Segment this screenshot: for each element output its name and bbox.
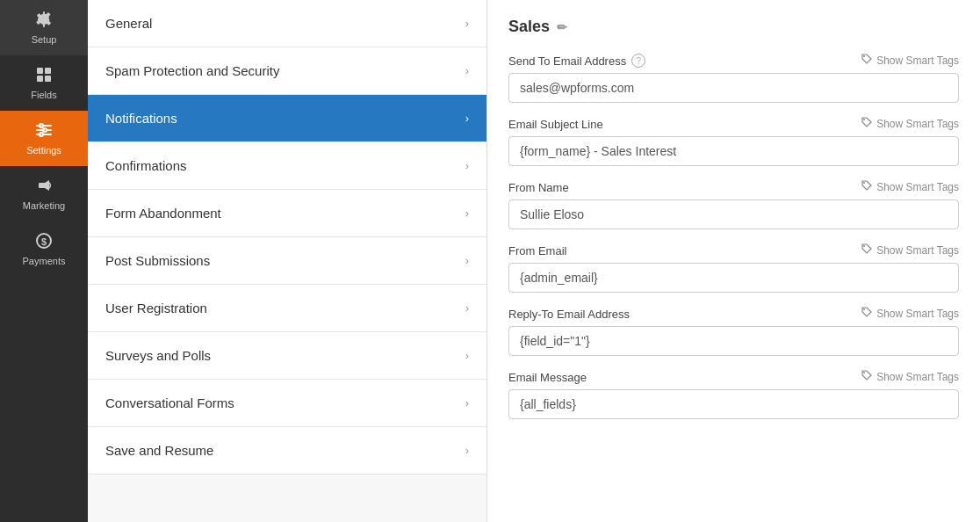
- field-label-email-subject: Email Subject Line: [508, 118, 603, 131]
- menu-item-post-submissions[interactable]: Post Submissions›: [88, 237, 486, 285]
- field-label-email-message: Email Message: [508, 371, 587, 384]
- field-label-from-email: From Email: [508, 244, 566, 257]
- svg-point-10: [863, 119, 865, 120]
- chevron-icon-surveys-polls: ›: [465, 349, 469, 362]
- field-label-send-to-email: Send To Email Address?: [508, 54, 645, 68]
- menu-item-save-resume[interactable]: Save and Resume›: [88, 427, 486, 475]
- svg-point-11: [863, 182, 865, 184]
- chevron-icon-save-resume: ›: [465, 444, 469, 457]
- menu-item-label-notifications: Notifications: [105, 111, 177, 126]
- svg-point-13: [863, 308, 865, 310]
- smart-tags-link-email-message[interactable]: Show Smart Tags: [861, 370, 959, 384]
- svg-rect-0: [37, 68, 43, 74]
- field-input-email-message[interactable]: [508, 389, 959, 419]
- sidebar-item-fields[interactable]: Fields: [0, 55, 88, 111]
- menu-item-form-abandonment[interactable]: Form Abandonment›: [88, 190, 486, 237]
- field-label-row-from-name: From NameShow Smart Tags: [508, 180, 959, 194]
- tag-icon: [861, 243, 873, 257]
- smart-tags-text-email-subject: Show Smart Tags: [876, 118, 959, 130]
- panel-title: Sales ✏: [508, 18, 959, 36]
- field-label-row-reply-to: Reply-To Email AddressShow Smart Tags: [508, 307, 959, 321]
- smart-tags-link-reply-to[interactable]: Show Smart Tags: [861, 307, 959, 321]
- smart-tags-link-from-email[interactable]: Show Smart Tags: [861, 243, 959, 257]
- sidebar: SetupFieldsSettingsMarketing$Payments: [0, 0, 88, 522]
- menu-item-spam[interactable]: Spam Protection and Security›: [88, 47, 486, 95]
- svg-point-12: [863, 245, 865, 247]
- chevron-icon-spam: ›: [465, 64, 469, 77]
- menu-item-label-conversational-forms: Conversational Forms: [105, 395, 234, 410]
- chevron-icon-confirmations: ›: [465, 159, 469, 172]
- settings-label: Settings: [26, 145, 61, 156]
- field-label-reply-to: Reply-To Email Address: [508, 308, 630, 321]
- marketing-icon: [35, 177, 53, 197]
- menu-item-confirmations[interactable]: Confirmations›: [88, 142, 486, 190]
- field-input-send-to-email[interactable]: [508, 73, 959, 103]
- svg-rect-3: [45, 76, 51, 82]
- field-input-from-name[interactable]: [508, 199, 959, 229]
- field-label-row-from-email: From EmailShow Smart Tags: [508, 243, 959, 257]
- field-input-from-email[interactable]: [508, 263, 959, 293]
- smart-tags-text-reply-to: Show Smart Tags: [876, 308, 959, 320]
- sidebar-item-payments[interactable]: $Payments: [0, 221, 88, 277]
- setup-icon: [35, 11, 53, 31]
- field-row-from-name: From NameShow Smart Tags: [508, 180, 959, 229]
- menu-item-label-form-abandonment: Form Abandonment: [105, 206, 221, 221]
- smart-tags-link-email-subject[interactable]: Show Smart Tags: [861, 117, 959, 131]
- content-panel: Sales ✏ Send To Email Address?Show Smart…: [487, 0, 980, 522]
- tag-icon: [861, 117, 873, 131]
- smart-tags-text-send-to-email: Show Smart Tags: [876, 54, 959, 67]
- field-input-email-subject[interactable]: [508, 136, 959, 166]
- payments-label: Payments: [23, 256, 66, 266]
- chevron-icon-notifications: ›: [465, 112, 469, 125]
- smart-tags-link-from-name[interactable]: Show Smart Tags: [861, 180, 959, 194]
- fields-icon: [35, 66, 53, 86]
- field-label-from-name: From Name: [508, 181, 569, 194]
- chevron-icon-conversational-forms: ›: [465, 396, 469, 410]
- menu-item-user-registration[interactable]: User Registration›: [88, 285, 486, 332]
- svg-text:$: $: [41, 236, 47, 247]
- sidebar-item-marketing[interactable]: Marketing: [0, 166, 88, 221]
- panel-title-text: Sales: [508, 18, 550, 36]
- fields-container: Send To Email Address?Show Smart TagsEma…: [508, 54, 959, 419]
- menu-item-label-save-resume: Save and Resume: [105, 443, 213, 458]
- payments-icon: $: [35, 232, 53, 252]
- chevron-icon-post-submissions: ›: [465, 254, 469, 267]
- menu-item-label-user-registration: User Registration: [105, 301, 207, 315]
- setup-label: Setup: [32, 34, 57, 45]
- smart-tags-link-send-to-email[interactable]: Show Smart Tags: [861, 54, 959, 68]
- field-row-reply-to: Reply-To Email AddressShow Smart Tags: [508, 307, 959, 356]
- help-icon[interactable]: ?: [631, 54, 645, 68]
- edit-icon[interactable]: ✏: [557, 20, 567, 34]
- menu-item-general[interactable]: General›: [88, 0, 486, 47]
- field-row-email-message: Email MessageShow Smart Tags: [508, 370, 959, 419]
- field-label-row-email-message: Email MessageShow Smart Tags: [508, 370, 959, 384]
- field-row-send-to-email: Send To Email Address?Show Smart Tags: [508, 54, 959, 103]
- tag-icon: [861, 370, 873, 384]
- field-row-from-email: From EmailShow Smart Tags: [508, 243, 959, 293]
- tag-icon: [861, 54, 873, 68]
- menu-item-notifications[interactable]: Notifications›: [88, 95, 486, 142]
- svg-point-14: [863, 372, 865, 373]
- sidebar-item-settings[interactable]: Settings: [0, 111, 88, 166]
- svg-rect-2: [37, 76, 43, 82]
- chevron-icon-general: ›: [465, 17, 469, 30]
- smart-tags-text-email-message: Show Smart Tags: [876, 371, 959, 383]
- menu-item-label-post-submissions: Post Submissions: [105, 253, 210, 268]
- field-input-reply-to[interactable]: [508, 326, 959, 356]
- svg-point-9: [863, 55, 865, 57]
- field-label-row-email-subject: Email Subject LineShow Smart Tags: [508, 117, 959, 131]
- chevron-icon-user-registration: ›: [465, 301, 469, 315]
- field-row-email-subject: Email Subject LineShow Smart Tags: [508, 117, 959, 166]
- sidebar-item-setup[interactable]: Setup: [0, 0, 88, 55]
- fields-label: Fields: [31, 90, 56, 100]
- menu-item-surveys-polls[interactable]: Surveys and Polls›: [88, 332, 486, 380]
- svg-rect-1: [45, 68, 51, 74]
- tag-icon: [861, 180, 873, 194]
- marketing-label: Marketing: [23, 200, 65, 211]
- chevron-icon-form-abandonment: ›: [465, 207, 469, 220]
- menu-item-conversational-forms[interactable]: Conversational Forms›: [88, 380, 486, 427]
- menu-item-label-general: General: [105, 16, 152, 31]
- smart-tags-text-from-email: Show Smart Tags: [876, 244, 959, 257]
- menu-item-label-spam: Spam Protection and Security: [105, 63, 279, 78]
- smart-tags-text-from-name: Show Smart Tags: [876, 181, 959, 193]
